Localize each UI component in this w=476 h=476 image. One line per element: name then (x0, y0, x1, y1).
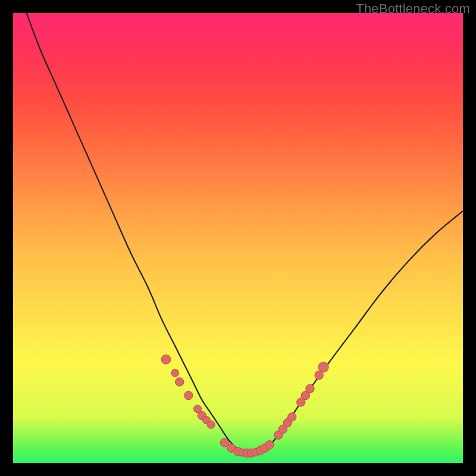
curve-group (27, 13, 463, 455)
data-marker (176, 378, 184, 386)
data-marker (171, 369, 179, 377)
data-marker (288, 413, 296, 421)
data-marker (207, 421, 215, 428)
chart-frame: TheBottleneck.com (0, 0, 476, 476)
chart-svg (13, 13, 463, 463)
data-marker (265, 441, 274, 449)
watermark-text: TheBottleneck.com (356, 1, 470, 17)
data-marker (306, 384, 314, 393)
data-marker (161, 355, 171, 364)
data-marker (318, 362, 328, 372)
bottleneck-curve-path (27, 13, 463, 455)
data-marker (184, 391, 193, 399)
